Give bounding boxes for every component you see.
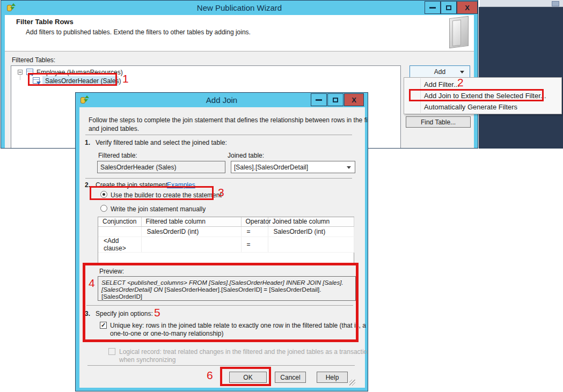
grid-cell-add-clause[interactable]: <Add clause> [98,236,141,252]
find-table-button-label: Find Table... [421,119,456,126]
divider [85,178,352,179]
grid-cell-filtered-column[interactable] [141,236,241,252]
maximize-icon [333,98,338,102]
menu-item-auto-generate[interactable]: Automatically Generate Filters [405,101,560,113]
annotation-number-2: 2 [457,77,464,88]
add-button-label: Add [434,68,445,76]
dialog-close-button[interactable]: X [344,93,364,106]
find-table-button[interactable]: Find Table... [406,116,471,128]
divider [85,135,352,135]
wizard-minimize-button[interactable] [425,1,441,14]
wizard-maximize-button[interactable] [441,1,457,14]
logical-record-label: when synchronizing [119,356,176,364]
join-builder-grid: Conjunction Filtered table column Operat… [98,217,354,263]
grid-cell-conjunction[interactable] [98,226,141,236]
resize-grip-icon[interactable] [349,380,355,386]
annotation-box-4 [83,263,359,342]
grid-cell-operator[interactable]: = [241,236,268,252]
dialog-intro: and joined tables. [89,125,139,132]
grid-row: SalesOrderID (int) = SalesOrderID (int) [98,226,354,236]
logical-record-label: Logical record: treat related changes in… [119,348,368,356]
maximize-icon [446,5,451,10]
annotation-number-3: 3 [218,187,224,198]
annotation-number-4: 4 [89,277,95,289]
grid-cell-joined-column[interactable]: SalesOrderID (int) [268,226,354,236]
annotation-number-1: 1 [122,73,129,85]
wizard-header: Filter Table Rows Add filters to publish… [5,15,474,51]
joined-table-combobox[interactable]: [Sales].[SalesOrderDetail] [231,161,355,173]
background-window-strip [480,0,563,7]
help-button[interactable]: Help [317,372,348,383]
grid-cell-joined-column[interactable] [268,236,354,252]
annotation-box-2 [409,89,544,101]
page-title: Filter Table Rows [16,18,74,26]
combo-arrow-icon[interactable] [347,166,351,169]
joined-table-label: Joined table: [228,152,264,159]
filtered-table-value: SalesOrderHeader (Sales) [100,164,176,171]
filtered-table-field[interactable]: SalesOrderHeader (Sales) [97,161,225,173]
dialog-minimize-button[interactable] [311,93,327,106]
annotation-number-6: 6 [207,369,213,381]
menu-item-label: Automatically Generate Filters [424,103,517,111]
grid-cell-filtered-column[interactable]: SalesOrderID (int) [141,226,241,236]
dialog-intro: Follow the steps to complete the join st… [89,116,368,124]
dropdown-arrow-icon [460,71,464,73]
page-subtitle: Add filters to published tables. Extend … [26,28,251,36]
annotation-box-3 [90,186,214,200]
filtered-table-label: Filtered table: [98,152,137,159]
background-window-icon [552,1,559,6]
close-icon: X [465,4,470,12]
dialog-maximize-button[interactable] [327,93,343,106]
step1-text: Verify filtered table and select the joi… [96,139,227,146]
grid-header-filtered-column: Filtered table column [141,217,241,226]
menu-item-add-filter[interactable]: Add Filter... [405,79,560,90]
filter-table-graphic [449,16,469,48]
grid-header-conjunction: Conjunction [98,217,141,226]
add-join-dialog: Add Join X Follow the steps to complete … [75,92,368,391]
dialog-content: Follow the steps to complete the join st… [79,107,365,388]
minimize-icon [429,7,436,9]
minimize-icon [316,99,322,101]
annotation-number-5: 5 [154,307,160,319]
cancel-button-label: Cancel [280,374,300,381]
filtered-tables-label: Filtered Tables: [12,56,55,64]
help-button-label: Help [326,374,339,381]
grid-header-operator: Operator [241,217,268,226]
wizard-titlebar[interactable]: New Publication Wizard X [1,1,478,15]
logical-record-checkbox [108,348,115,355]
tree-collapse-icon[interactable] [18,70,23,75]
grid-header-joined-column: Joined table column [268,217,354,226]
cancel-button[interactable]: Cancel [275,372,306,383]
wizard-window-title: New Publication Wizard [1,3,478,12]
grid-cell-operator[interactable]: = [241,226,268,236]
close-icon: X [352,96,356,104]
step1-number: 1. [85,139,90,146]
annotation-box-6 [220,367,271,386]
radio-write-manually-label[interactable]: Write the join statement manually [111,205,206,213]
wizard-close-button[interactable]: X [457,1,478,14]
menu-item-label: Add Filter... [424,80,459,88]
divider [87,365,355,366]
radio-write-manually[interactable] [100,205,107,212]
grid-row: <Add clause> = [98,236,354,252]
annotation-box-1 [28,73,117,86]
joined-table-value: [Sales].[SalesOrderDetail] [234,164,308,171]
dialog-titlebar[interactable]: Add Join X [76,93,368,107]
